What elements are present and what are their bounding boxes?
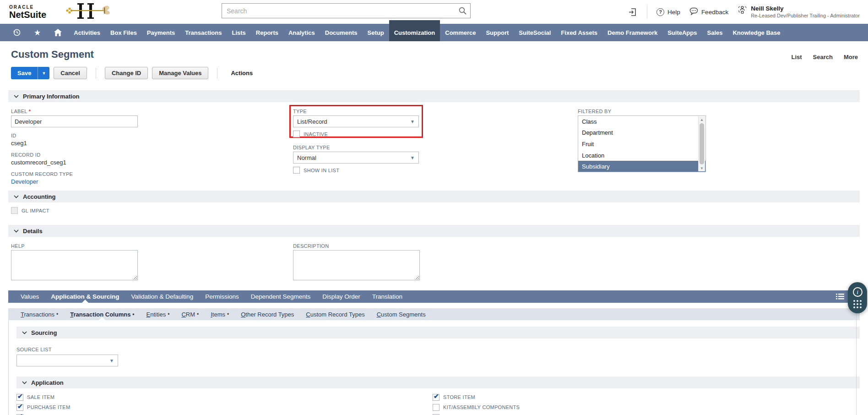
menu-icon[interactable] [836, 293, 844, 301]
more-link[interactable]: More [844, 54, 858, 60]
show-in-list-checkbox-row[interactable]: SHOW IN LIST [293, 167, 578, 174]
subtab-custom-record-types[interactable]: Custom Record Types [300, 308, 370, 320]
expense-checkbox-row[interactable]: EXPENSE [16, 412, 433, 415]
nav-item-sales[interactable]: Sales [702, 24, 727, 41]
nav-item-reports[interactable]: Reports [251, 24, 283, 41]
source-list-select[interactable]: ▼ [16, 355, 118, 366]
grid-dots-icon[interactable] [853, 300, 862, 308]
info-icon[interactable]: i [853, 287, 863, 297]
nav-item-knowledge-base[interactable]: Knowledge Base [727, 24, 785, 41]
list-link[interactable]: List [791, 54, 802, 60]
purchase-item-checkbox-row[interactable]: PURCHASE ITEM [16, 402, 433, 412]
nav-item-box-files[interactable]: Box Files [105, 24, 142, 41]
nav-item-suitesocial[interactable]: SuiteSocial [514, 24, 556, 41]
recent-records-icon[interactable] [6, 24, 27, 41]
filtered-by-option[interactable]: Subsidiary [578, 161, 705, 172]
filtered-by-listbox[interactable]: Class Department Fruit Location Subsidia… [578, 115, 706, 172]
help-button[interactable]: ? Help [656, 8, 680, 16]
feedback-button[interactable]: Feedback [689, 7, 728, 16]
sourcing-section-header[interactable]: Sourcing [16, 327, 860, 339]
nav-item-support[interactable]: Support [481, 24, 514, 41]
subtab-custom-segments[interactable]: Custom Segments [371, 308, 432, 320]
tab-validation-defaulting[interactable]: Validation & Defaulting [125, 290, 200, 303]
tab-display-order[interactable]: Display Order [316, 290, 366, 303]
subtab-transactions[interactable]: Transactions• [15, 308, 64, 320]
help-textarea[interactable] [11, 250, 138, 280]
nav-item-analytics[interactable]: Analytics [283, 24, 320, 41]
nav-item-lists[interactable]: Lists [227, 24, 250, 41]
subtab-other-record-types[interactable]: Other Record Types [235, 308, 300, 320]
show-in-list-checkbox[interactable] [293, 167, 300, 174]
scrollbar-thumb[interactable] [700, 123, 704, 164]
display-type-select[interactable]: Normal ▼ [293, 152, 419, 164]
change-id-button[interactable]: Change ID [105, 67, 148, 79]
purchase-item-checkbox[interactable] [16, 404, 23, 411]
kit-assembly-components-checkbox-row[interactable]: KIT/ASSEMBLY COMPONENTS [433, 402, 860, 412]
inactive-checkbox-label: INACTIVE [304, 131, 328, 137]
filtered-by-scrollbar[interactable]: ▲ ▼ [698, 116, 705, 171]
tab-permissions[interactable]: Permissions [199, 290, 245, 303]
inactive-checkbox[interactable] [293, 131, 300, 137]
nav-item-suiteapps[interactable]: SuiteApps [662, 24, 702, 41]
custom-record-type-link[interactable]: Developer [11, 178, 293, 185]
scroll-up-icon[interactable]: ▲ [699, 116, 705, 123]
nav-item-activities[interactable]: Activities [69, 24, 105, 41]
save-button[interactable]: Save ▼ [11, 67, 49, 79]
subtab-crm[interactable]: CRM• [175, 308, 205, 320]
nav-item-customization[interactable]: Customization [389, 20, 440, 41]
manage-values-button[interactable]: Manage Values [152, 67, 208, 79]
accounting-section-header[interactable]: Accounting [8, 191, 860, 202]
nav-item-transactions[interactable]: Transactions [180, 24, 227, 41]
store-item-checkbox[interactable] [433, 394, 439, 401]
subtab-bar: Transactions• Transaction Columns• Entit… [8, 308, 860, 320]
home-icon[interactable] [47, 24, 69, 41]
primary-information-section-header[interactable]: Primary Information [8, 90, 860, 102]
type-select[interactable]: List/Record ▼ [293, 115, 419, 127]
search-input[interactable] [222, 3, 471, 18]
scroll-down-icon[interactable]: ▼ [699, 165, 705, 171]
inactive-checkbox-row[interactable]: INACTIVE [293, 131, 578, 137]
save-button-label[interactable]: Save [11, 67, 38, 79]
user-menu[interactable]: Neill Skelly Re-Leased Dev/Publisher Tra… [738, 5, 860, 19]
nav-item-demo-framework[interactable]: Demo Framework [602, 24, 662, 41]
label-input[interactable] [11, 115, 138, 127]
kit-assembly-components-checkbox[interactable] [433, 404, 439, 411]
actions-button[interactable]: Actions [226, 67, 257, 79]
favorites-icon[interactable]: ★ [27, 24, 47, 41]
section-title: Primary Information [23, 93, 80, 100]
floating-helper-pill[interactable]: i [848, 282, 867, 313]
sale-item-checkbox[interactable] [16, 394, 23, 401]
cancel-button[interactable]: Cancel [54, 67, 87, 79]
tab-application-sourcing[interactable]: Application & Sourcing [45, 290, 125, 303]
application-checkboxes: SALE ITEM PURCHASE ITEM EXPENSE STORE IT… [16, 392, 860, 415]
description-textarea[interactable] [293, 250, 420, 280]
oracle-netsuite-logo[interactable]: ORACLE NetSuite [9, 5, 46, 19]
type-field-group: TYPE List/Record ▼ INACTIVE [293, 109, 578, 137]
save-dropdown-arrow-icon[interactable]: ▼ [38, 67, 49, 79]
nav-item-fixed-assets[interactable]: Fixed Assets [556, 24, 602, 41]
nav-item-setup[interactable]: Setup [363, 24, 389, 41]
filtered-by-option[interactable]: Class [578, 116, 705, 127]
feedback-label: Feedback [701, 9, 728, 16]
subtab-items[interactable]: Items• [205, 308, 235, 320]
search-icon[interactable] [458, 6, 467, 17]
store-with-item-groups-checkbox-row[interactable]: STORE WITH ITEM GROUPS [433, 412, 860, 415]
filtered-by-option[interactable]: Department [578, 127, 705, 139]
application-section-header[interactable]: Application [16, 377, 860, 388]
tab-translation[interactable]: Translation [366, 290, 408, 303]
search-link[interactable]: Search [813, 54, 833, 60]
nav-item-payments[interactable]: Payments [142, 24, 180, 41]
store-item-checkbox-row[interactable]: STORE ITEM [433, 392, 860, 402]
nav-item-documents[interactable]: Documents [320, 24, 363, 41]
subtab-transaction-columns[interactable]: Transaction Columns• [64, 308, 140, 320]
tab-dependent-segments[interactable]: Dependent Segments [245, 290, 317, 303]
filtered-by-option[interactable]: Fruit [578, 138, 705, 150]
user-text: Neill Skelly Re-Leased Dev/Publisher Tra… [751, 5, 860, 19]
filtered-by-option[interactable]: Location [578, 150, 705, 161]
details-section-header[interactable]: Details [8, 225, 860, 237]
sale-item-checkbox-row[interactable]: SALE ITEM [16, 392, 433, 402]
quick-add-icon[interactable] [628, 7, 638, 17]
subtab-entities[interactable]: Entities• [141, 308, 176, 320]
tab-values[interactable]: Values [15, 290, 45, 303]
nav-item-commerce[interactable]: Commerce [440, 24, 481, 41]
